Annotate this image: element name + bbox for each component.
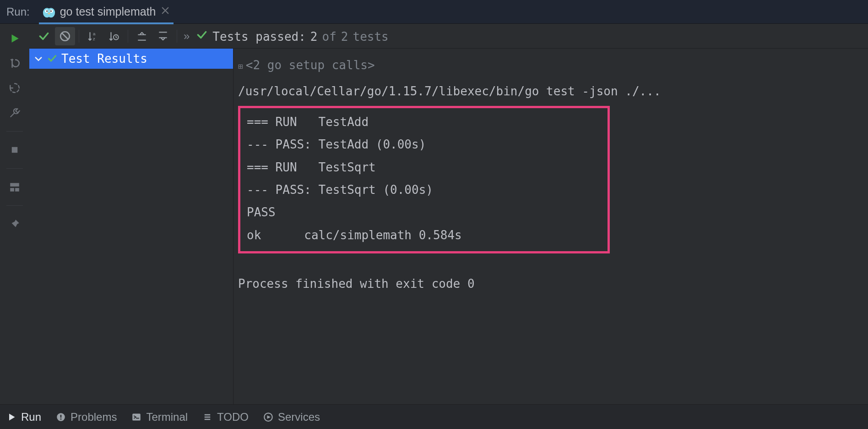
separator xyxy=(6,168,23,169)
output-line: --- PASS: TestAdd (0.00s) xyxy=(247,133,601,156)
output-line: ok calc/simplemath 0.584s xyxy=(247,224,601,247)
run-panel-body: az » Tests passed: 2 of 2 tests xyxy=(0,24,868,404)
output-fold-setup[interactable]: ⊞<2 go setup calls> xyxy=(238,54,860,77)
svg-rect-8 xyxy=(10,183,19,187)
svg-point-5 xyxy=(50,10,52,11)
toolwindow-run[interactable]: Run xyxy=(6,411,41,424)
status-passed-count: 2 xyxy=(310,30,318,44)
status-of: of xyxy=(322,30,336,44)
output-highlight-box: === RUN TestAdd --- PASS: TestAdd (0.00s… xyxy=(238,106,610,253)
toolwindow-label: Services xyxy=(278,411,320,424)
output-line: PASS xyxy=(247,201,601,224)
warning-icon xyxy=(56,412,66,422)
status-total-count: 2 xyxy=(341,30,348,44)
output-line: === RUN TestAdd xyxy=(247,111,601,133)
toolbar-overflow-icon[interactable]: » xyxy=(181,30,192,43)
toolwindow-label: Terminal xyxy=(146,411,188,424)
terminal-icon xyxy=(131,412,141,422)
show-passed-toggle[interactable] xyxy=(34,27,54,45)
test-toolbar: az » Tests passed: 2 of 2 tests xyxy=(29,24,868,49)
separator xyxy=(6,205,23,206)
svg-rect-7 xyxy=(12,147,18,153)
collapse-all-icon[interactable] xyxy=(153,27,173,45)
stop-icon[interactable] xyxy=(7,143,22,157)
svg-rect-16 xyxy=(60,415,62,418)
run-tab-go-test-simplemath[interactable]: go test simplemath xyxy=(38,0,174,24)
svg-rect-10 xyxy=(15,188,19,192)
expand-fold-icon[interactable]: ⊞ xyxy=(238,61,243,71)
toolwindow-label: TODO xyxy=(217,411,249,424)
list-icon xyxy=(202,412,212,422)
output-exit-line: Process finished with exit code 0 xyxy=(238,273,860,295)
sort-duration-icon[interactable] xyxy=(104,27,124,45)
test-status-summary: Tests passed: 2 of 2 tests xyxy=(196,29,388,44)
run-panel-label: Run: xyxy=(6,6,30,18)
toolwindow-services[interactable]: Services xyxy=(263,411,320,424)
separator xyxy=(79,30,79,43)
run-gutter xyxy=(0,24,29,404)
output-line: === RUN TestSqrt xyxy=(247,156,601,179)
close-icon[interactable] xyxy=(161,6,170,18)
show-ignored-toggle[interactable] xyxy=(55,27,75,45)
output-command: /usr/local/Cellar/go/1.15.7/libexec/bin/… xyxy=(238,80,860,103)
check-icon xyxy=(196,29,208,41)
svg-point-6 xyxy=(48,12,50,14)
status-suffix: tests xyxy=(353,30,388,44)
svg-text:z: z xyxy=(93,36,95,41)
sort-alpha-icon[interactable]: az xyxy=(83,27,103,45)
wrench-icon[interactable] xyxy=(7,105,22,120)
run-content: az » Tests passed: 2 of 2 tests xyxy=(29,24,868,404)
toolwindow-todo[interactable]: TODO xyxy=(202,411,249,424)
toolwindow-terminal[interactable]: Terminal xyxy=(131,411,188,424)
separator xyxy=(6,131,23,132)
status-label: Tests passed: xyxy=(212,30,306,44)
svg-text:a: a xyxy=(93,31,96,36)
tool-window-bar: Run Problems Terminal TODO Services xyxy=(0,404,868,429)
svg-rect-17 xyxy=(60,418,62,420)
pin-icon[interactable] xyxy=(7,217,22,231)
output-line: --- PASS: TestSqrt (0.00s) xyxy=(247,179,601,201)
check-icon xyxy=(48,54,57,63)
play-icon xyxy=(6,412,16,422)
tree-root-test-results[interactable]: Test Results xyxy=(29,49,233,69)
toolwindow-label: Problems xyxy=(71,411,117,424)
separator xyxy=(177,30,177,43)
toggle-auto-test-icon[interactable] xyxy=(7,81,22,95)
expand-all-icon[interactable] xyxy=(132,27,152,45)
toolwindow-label: Run xyxy=(21,411,41,424)
svg-rect-9 xyxy=(10,188,14,192)
run-icon[interactable] xyxy=(7,31,22,46)
test-tree[interactable]: Test Results xyxy=(29,49,233,404)
console-output[interactable]: ⊞<2 go setup calls> /usr/local/Cellar/go… xyxy=(233,49,868,404)
separator xyxy=(128,30,128,43)
svg-point-1 xyxy=(47,8,55,17)
tree-root-label: Test Results xyxy=(61,52,147,66)
services-icon xyxy=(263,412,273,422)
run-tab-label: go test simplemath xyxy=(60,5,156,18)
layout-icon[interactable] xyxy=(7,180,22,194)
go-gopher-icon xyxy=(43,6,55,18)
toolwindow-problems[interactable]: Problems xyxy=(56,411,117,424)
run-tabstrip: Run: go test simplemath xyxy=(0,0,868,24)
chevron-down-icon xyxy=(34,54,43,63)
svg-point-4 xyxy=(46,10,48,11)
test-body: Test Results ⊞<2 go setup calls> /usr/lo… xyxy=(29,49,868,404)
rerun-failed-icon[interactable] xyxy=(7,56,22,71)
